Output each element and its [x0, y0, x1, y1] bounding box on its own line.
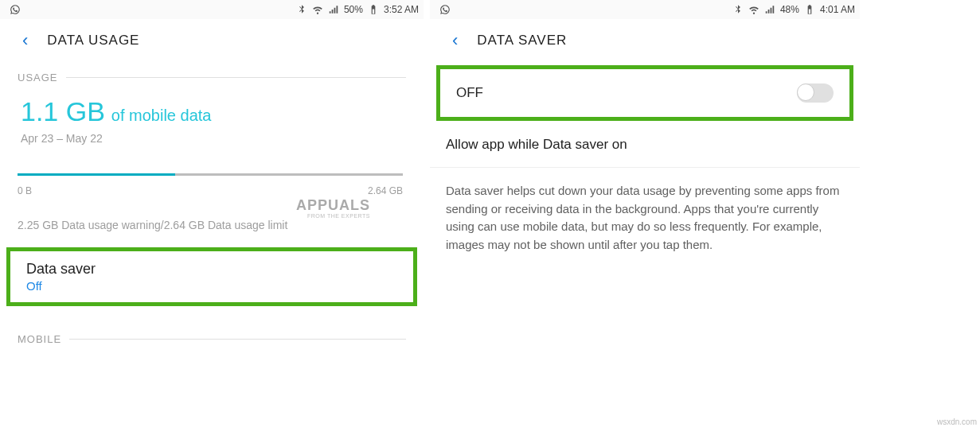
usage-progress-bar	[18, 173, 403, 176]
nav-bar: ‹ DATA USAGE	[0, 19, 424, 62]
usage-period: Apr 23 – May 22	[21, 132, 403, 145]
allow-app-label: Allow app while Data saver on	[446, 137, 627, 152]
site-watermark: wsxdn.com	[937, 417, 977, 426]
section-header-mobile: MOBILE	[0, 324, 424, 350]
toggle-knob	[797, 83, 814, 101]
status-bar: 50% 3:52 AM	[0, 0, 424, 19]
usage-bar-min: 0 B	[18, 185, 32, 196]
battery-icon	[368, 4, 379, 15]
section-header-usage: USAGE	[0, 62, 424, 88]
wifi-icon	[748, 4, 759, 15]
clock-time: 3:52 AM	[384, 4, 419, 15]
toggle-switch[interactable]	[797, 83, 834, 103]
battery-percent: 48%	[780, 4, 799, 15]
usage-amount: 1.1 GB	[21, 96, 105, 127]
screen-data-usage: 50% 3:52 AM ‹ DATA USAGE USAGE 1.1 GB of…	[0, 0, 424, 414]
back-icon[interactable]: ‹	[452, 30, 458, 51]
usage-suffix: of mobile data	[111, 107, 212, 125]
usage-bar-max: 2.64 GB	[368, 185, 403, 196]
data-saver-row[interactable]: Data saver Off	[6, 247, 417, 306]
signal-icon	[764, 4, 775, 15]
usage-bar-labels: 0 B 2.64 GB	[0, 179, 424, 196]
toggle-label: OFF	[456, 85, 483, 101]
page-title: DATA SAVER	[477, 33, 567, 49]
bluetooth-icon	[732, 4, 744, 15]
data-saver-description: Data saver helps cut down your data usag…	[430, 168, 860, 268]
clock-time: 4:01 AM	[820, 4, 855, 15]
bluetooth-icon	[296, 4, 307, 15]
signal-icon	[328, 4, 339, 15]
usage-warning-text: 2.25 GB Data usage warning/2.64 GB Data …	[0, 196, 424, 247]
usage-progress-fill	[18, 173, 175, 176]
wifi-icon	[312, 4, 323, 15]
allow-app-row[interactable]: Allow app while Data saver on	[430, 122, 860, 168]
data-saver-status: Off	[26, 279, 397, 293]
nav-bar: ‹ DATA SAVER	[430, 19, 860, 62]
section-label: USAGE	[18, 72, 58, 83]
data-saver-title: Data saver	[26, 261, 397, 278]
usage-summary[interactable]: 1.1 GB of mobile data Apr 23 – May 22	[0, 88, 424, 148]
divider	[66, 77, 406, 78]
battery-icon	[804, 4, 815, 15]
section-label: MOBILE	[18, 333, 61, 345]
status-bar: 48% 4:01 AM	[430, 0, 860, 19]
page-title: DATA USAGE	[47, 33, 139, 49]
whatsapp-icon	[10, 4, 21, 15]
data-saver-toggle-row[interactable]: OFF	[436, 65, 853, 121]
screen-data-saver: 48% 4:01 AM ‹ DATA SAVER OFF Allow app w…	[430, 0, 860, 414]
whatsapp-icon	[439, 4, 451, 15]
back-icon[interactable]: ‹	[22, 30, 28, 51]
divider	[69, 339, 406, 340]
battery-percent: 50%	[344, 4, 363, 15]
